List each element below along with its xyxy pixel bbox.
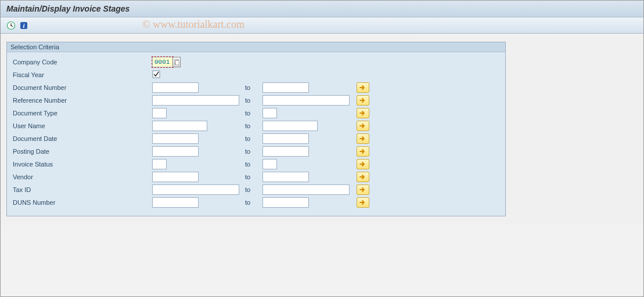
user-name-to-input[interactable]	[262, 121, 318, 131]
row-post-date: Posting Dateto	[7, 145, 505, 158]
row-vendor: Vendorto	[7, 171, 505, 183]
label-vendor: Vendor	[13, 173, 152, 180]
checkbox-checked-icon	[152, 70, 160, 78]
label-doc-date: Document Date	[13, 135, 152, 142]
label-user-name: User Name	[13, 122, 152, 129]
arrow-right-icon	[359, 110, 367, 116]
to-label: to	[239, 97, 262, 104]
clock-execute-icon	[6, 21, 16, 30]
to-label: to	[239, 161, 262, 168]
doc-number-to-input[interactable]	[262, 82, 309, 93]
user-name-multiple-selection-button[interactable]	[357, 121, 369, 131]
doc-type-multiple-selection-button[interactable]	[357, 108, 369, 118]
arrow-right-icon	[359, 148, 367, 154]
company-code-f4-button[interactable]	[172, 57, 181, 67]
post-date-multiple-selection-button[interactable]	[357, 146, 369, 157]
doc-date-from-input[interactable]	[152, 133, 199, 144]
arrow-right-icon	[359, 161, 367, 167]
label-doc-type: Document Type	[13, 110, 152, 117]
inv-status-multiple-selection-button[interactable]	[357, 159, 369, 169]
svg-rect-6	[153, 71, 160, 78]
post-date-from-input[interactable]	[152, 146, 199, 157]
to-label: to	[239, 122, 262, 129]
to-label: to	[239, 173, 262, 180]
inv-status-to-input[interactable]	[262, 159, 277, 169]
label-ref-number: Reference Number	[13, 97, 152, 104]
company-code-input[interactable]	[152, 57, 173, 67]
group-title: Selection Criteria	[7, 42, 505, 52]
user-name-from-input[interactable]	[152, 121, 207, 131]
execute-button[interactable]	[6, 21, 16, 30]
fiscal-year-checkbox[interactable]	[152, 70, 160, 79]
selection-criteria-group: Selection Criteria Company Code Fiscal Y…	[6, 42, 506, 216]
inv-status-from-input[interactable]	[152, 159, 167, 169]
ref-number-from-input[interactable]	[152, 95, 239, 106]
page-title: Maintain/Display Invoice Stages	[1, 1, 643, 17]
duns-multiple-selection-button[interactable]	[357, 197, 369, 208]
search-help-icon	[174, 59, 179, 65]
row-doc-type: Document Typeto	[7, 107, 505, 119]
doc-date-multiple-selection-button[interactable]	[357, 133, 369, 144]
info-button[interactable]: i	[19, 21, 28, 30]
arrow-right-icon	[359, 174, 367, 180]
row-fiscal-year: Fiscal Year	[7, 68, 505, 81]
label-doc-number: Document Number	[13, 84, 152, 91]
arrow-right-icon	[359, 200, 367, 205]
label-company-code: Company Code	[13, 59, 152, 66]
to-label: to	[239, 135, 262, 142]
duns-to-input[interactable]	[262, 197, 309, 208]
label-fiscal-year: Fiscal Year	[13, 71, 152, 78]
label-inv-status: Invoice Status	[13, 161, 152, 168]
doc-number-from-input[interactable]	[152, 82, 199, 93]
vendor-multiple-selection-button[interactable]	[357, 172, 369, 182]
row-duns: DUNS Numberto	[7, 196, 505, 209]
row-doc-date: Document Dateto	[7, 132, 505, 145]
to-label: to	[239, 84, 262, 91]
ref-number-multiple-selection-button[interactable]	[357, 95, 369, 106]
row-inv-status: Invoice Statusto	[7, 158, 505, 171]
info-icon: i	[19, 21, 28, 30]
to-label: to	[239, 186, 262, 193]
toolbar: i	[1, 17, 643, 34]
post-date-to-input[interactable]	[262, 146, 309, 157]
row-tax-id: Tax IDto	[7, 183, 505, 196]
row-user-name: User Nameto	[7, 119, 505, 132]
ref-number-to-input[interactable]	[262, 95, 350, 106]
svg-point-1	[10, 25, 12, 26]
label-tax-id: Tax ID	[13, 186, 152, 193]
label-post-date: Posting Date	[13, 148, 152, 155]
arrow-right-icon	[359, 187, 367, 193]
svg-rect-5	[175, 60, 179, 65]
row-doc-number: Document Numberto	[7, 81, 505, 94]
arrow-right-icon	[359, 97, 367, 103]
label-duns: DUNS Number	[13, 199, 152, 206]
tax-id-from-input[interactable]	[152, 184, 239, 195]
duns-from-input[interactable]	[152, 197, 199, 208]
doc-type-from-input[interactable]	[152, 108, 167, 118]
to-label: to	[239, 110, 262, 117]
vendor-from-input[interactable]	[152, 172, 199, 182]
to-label: to	[239, 199, 262, 206]
content-area: Selection Criteria Company Code Fiscal Y…	[1, 34, 643, 224]
doc-date-to-input[interactable]	[262, 133, 309, 144]
vendor-to-input[interactable]	[262, 172, 309, 182]
doc-type-to-input[interactable]	[262, 108, 277, 118]
arrow-right-icon	[359, 123, 367, 129]
row-ref-number: Reference Numberto	[7, 94, 505, 107]
arrow-right-icon	[359, 85, 367, 90]
arrow-right-icon	[359, 136, 367, 142]
to-label: to	[239, 148, 262, 155]
tax-id-to-input[interactable]	[262, 184, 350, 195]
doc-number-multiple-selection-button[interactable]	[357, 82, 369, 93]
tax-id-multiple-selection-button[interactable]	[357, 184, 369, 195]
row-company-code: Company Code	[7, 56, 505, 68]
